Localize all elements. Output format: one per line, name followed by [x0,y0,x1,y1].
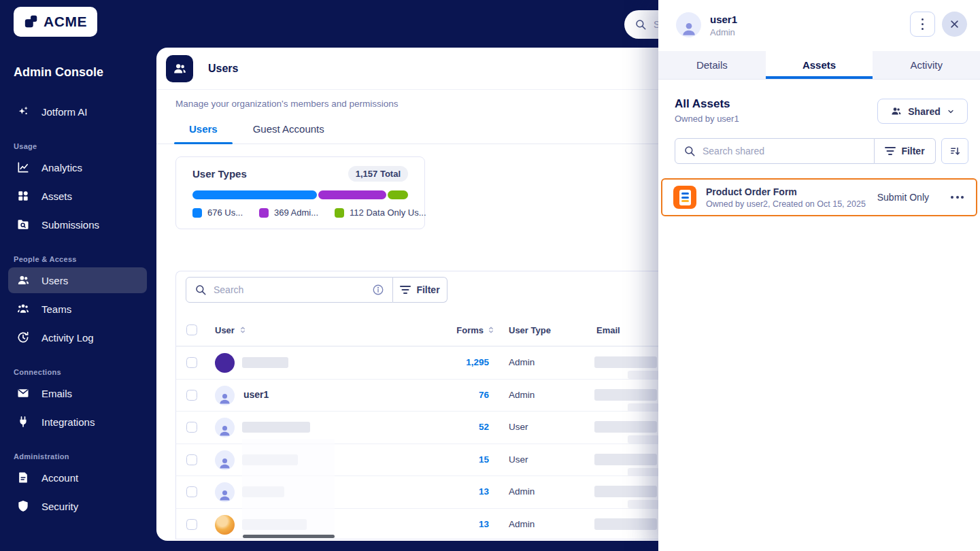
form-icon [673,186,696,209]
sparkles-icon [16,105,30,118]
page-title: Users [208,63,238,75]
table-search-input[interactable] [214,284,365,295]
avatar [215,386,235,405]
tab-details[interactable]: Details [658,51,766,79]
avatar [215,418,235,437]
sidebar-item-activity-log[interactable]: Activity Log [8,324,147,350]
sidebar-item-jotform-ai[interactable]: Jotform AI [8,99,147,124]
sort-descending-icon [949,146,961,157]
sort-icon[interactable] [486,314,496,346]
table-filter-button[interactable]: Filter [393,277,447,303]
redacted-name [242,357,288,368]
tab-users[interactable]: Users [174,123,233,144]
shared-search-field[interactable] [675,138,875,164]
sidebar-item-label: Submissions [41,219,99,231]
sidebar-item-assets[interactable]: Assets [8,183,147,209]
sidebar-item-label: Activity Log [41,332,94,344]
sort-button[interactable] [941,138,968,164]
section-label-usage: Usage [14,142,155,150]
forms-count-link[interactable]: 76 [435,390,489,400]
sidebar-item-label: Account [41,472,78,484]
analytics-icon [16,161,30,174]
forms-count-link[interactable]: 1,295 [435,357,489,367]
tab-assets[interactable]: Assets [766,51,873,79]
column-header-user[interactable]: User [215,314,248,346]
sidebar-item-security[interactable]: Security [8,493,147,519]
redacted-email [594,486,657,497]
row-checkbox[interactable] [186,486,197,497]
shared-search-input[interactable] [703,146,866,156]
horizontal-scrollbar-thumb[interactable] [243,535,335,538]
sort-icon[interactable] [238,325,248,335]
column-header-forms[interactable]: Forms [450,314,484,346]
row-checkbox[interactable] [186,422,197,433]
sidebar-item-teams[interactable]: Teams [8,296,147,322]
section-label-administration: Administration [14,452,155,461]
column-header-user-type: User Type [509,314,551,346]
section-label-connections: Connections [14,368,155,376]
ellipsis-icon [951,196,953,199]
row-checkbox[interactable] [186,357,197,368]
sidebar-item-account[interactable]: Account [8,465,147,490]
table-search-field[interactable] [186,277,393,303]
user-types-card: User Types 1,157 Total 676 Us... 369 Adm… [175,156,425,229]
shared-dropdown-label: Shared [908,106,940,117]
legend-item: 112 Data Only Us... [335,207,426,218]
asset-row-product-order-form[interactable]: Product Order Form Owned by user2, Creat… [661,178,977,216]
acme-logo[interactable]: ACME [14,7,97,37]
tab-activity[interactable]: Activity [873,51,980,79]
row-checkbox[interactable] [186,454,197,465]
column-header-email: Email [596,314,620,346]
user-type: Admin [509,357,535,367]
panel-close-button[interactable] [942,12,967,37]
total-badge: 1,157 Total [348,166,408,182]
shared-filter-button[interactable]: Filter [875,138,936,164]
forms-count-link[interactable]: 52 [435,422,489,432]
forms-count-link[interactable]: 13 [435,519,489,529]
redacted-email [594,454,657,465]
select-all-checkbox[interactable] [186,324,197,335]
sidebar-item-label: Integrations [41,416,95,428]
kebab-icon [922,18,924,21]
search-icon [195,284,207,296]
sidebar-item-users[interactable]: Users [8,267,147,293]
clock-history-icon [16,331,30,344]
redacted-email-line2 [628,500,659,508]
bar-segment-data-only [388,190,408,199]
panel-more-actions-button[interactable] [910,12,935,37]
forms-count-link[interactable]: 13 [435,486,489,497]
sidebar-item-analytics[interactable]: Analytics [8,154,147,180]
users-icon [16,273,30,287]
search-icon [635,18,647,31]
forms-count-link[interactable]: 15 [435,454,489,465]
close-icon [949,19,960,29]
chevron-down-icon [947,107,955,116]
info-icon[interactable] [372,284,384,296]
user-types-legend: 676 Us... 369 Admi... 112 Data Only Us..… [192,207,408,218]
row-checkbox[interactable] [186,390,197,401]
redacted-email [594,356,657,368]
sidebar-item-label: Jotform AI [41,106,88,118]
legend-item: 676 Us... [192,207,243,218]
asset-more-actions-button[interactable] [951,196,964,199]
legend-swatch-green [335,208,344,218]
users-page-icon [166,55,193,82]
section-label-people-access: People & Access [14,255,155,263]
asset-permission: Submit Only [877,192,929,203]
sidebar-item-submissions[interactable]: Submissions [8,212,147,237]
legend-label: 112 Data Only Us... [350,207,426,218]
tab-guest-accounts[interactable]: Guest Accounts [238,123,339,144]
users-icon [890,105,902,117]
row-checkbox[interactable] [186,519,197,530]
shared-dropdown-button[interactable]: Shared [877,99,968,124]
redacted-email [594,421,657,433]
sidebar-item-emails[interactable]: Emails [8,380,147,406]
redacted-email-line2 [628,371,659,379]
redacted-email-line2 [628,468,659,476]
legend-swatch-blue [192,208,202,218]
asset-info: Product Order Form Owned by user2, Creat… [706,186,866,209]
asset-title: Product Order Form [706,186,866,197]
sidebar-item-integrations[interactable]: Integrations [8,409,147,435]
user-name: user1 [243,389,269,400]
all-assets-subtitle: Owned by user1 [675,114,739,124]
